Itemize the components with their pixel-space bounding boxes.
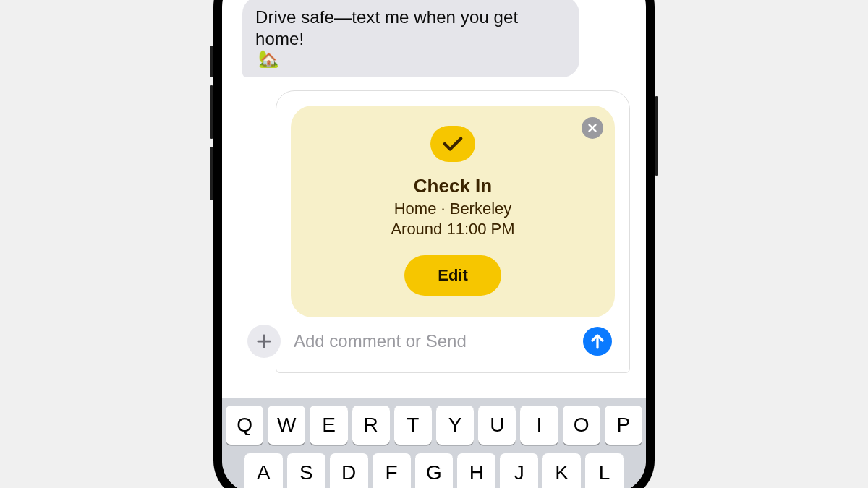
key-e[interactable]: E [310,406,347,445]
message-text: Drive safe—text me when you get home! [255,7,565,51]
key-f[interactable]: F [373,453,411,489]
compose-area: Check In Home · Berkeley Around 11:00 PM… [276,90,630,373]
key-j[interactable]: J [500,453,538,489]
volume-up [210,85,213,139]
key-d[interactable]: D [330,453,368,489]
send-button[interactable] [583,327,612,356]
mute-switch [210,46,213,77]
key-k[interactable]: K [542,453,581,489]
key-h[interactable]: H [457,453,495,489]
plus-icon[interactable] [247,325,281,358]
power-button [655,96,658,176]
screen: Drive safe—text me when you get home! 🏡 … [222,0,646,488]
key-i[interactable]: I [520,406,558,445]
checkin-location: Home · Berkeley [394,199,512,219]
key-t[interactable]: T [394,406,432,445]
key-w[interactable]: W [268,406,305,445]
key-s[interactable]: S [287,453,326,489]
house-emoji: 🏡 [258,51,279,67]
checkin-card: Check In Home · Berkeley Around 11:00 PM… [291,106,615,317]
incoming-message[interactable]: Drive safe—text me when you get home! 🏡 [242,0,579,77]
key-y[interactable]: Y [436,406,474,445]
key-u[interactable]: U [478,406,516,445]
key-g[interactable]: G [415,453,454,489]
edit-button[interactable]: Edit [404,255,501,296]
checkin-time: Around 11:00 PM [391,219,514,239]
checkin-attachment: Check In Home · Berkeley Around 11:00 PM… [276,90,630,373]
key-r[interactable]: R [352,406,390,445]
keyboard: Q W E R T Y U I O P A S D F G H J K L [222,398,646,489]
key-q[interactable]: Q [226,406,263,445]
checkin-title: Check In [414,175,492,197]
checkmark-icon [430,126,475,162]
compose-row: Add comment or Send [247,325,619,359]
comment-input[interactable]: Add comment or Send [291,331,573,351]
key-l[interactable]: L [585,453,624,489]
key-o[interactable]: O [563,406,600,445]
phone-frame: Drive safe—text me when you get home! 🏡 … [213,0,655,488]
volume-down [210,147,213,200]
keyboard-row-2: A S D F G H J K L [226,453,642,489]
key-a[interactable]: A [244,453,283,489]
key-p[interactable]: P [605,406,642,445]
close-icon[interactable] [582,117,603,139]
message-thread[interactable]: Drive safe—text me when you get home! 🏡 … [222,0,646,398]
keyboard-row-1: Q W E R T Y U I O P [226,406,642,445]
